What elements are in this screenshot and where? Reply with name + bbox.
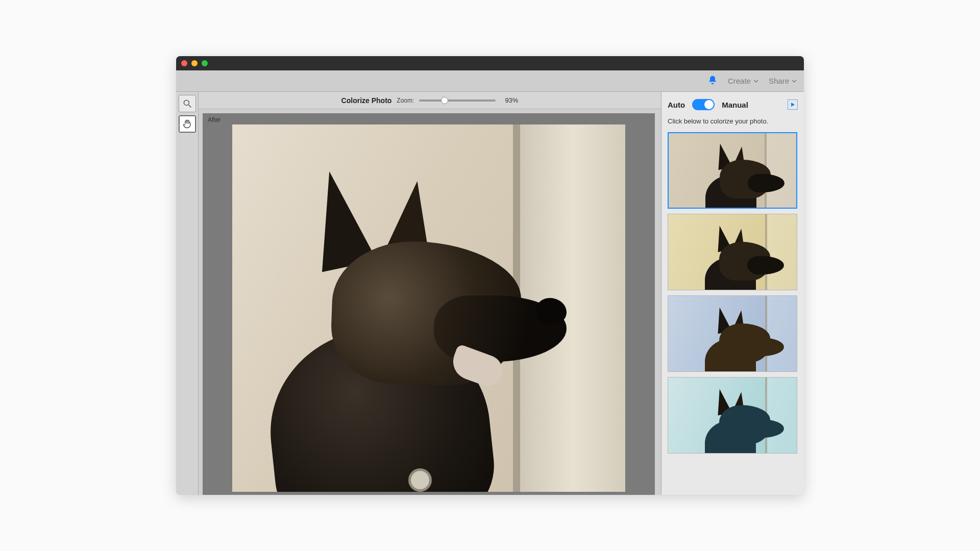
create-label: Create <box>728 77 751 85</box>
auto-manual-toggle[interactable] <box>692 99 715 110</box>
svg-point-0 <box>184 100 189 105</box>
swatch-warm[interactable] <box>668 214 797 290</box>
canvas-header: Colorize Photo Zoom: 93% <box>199 92 661 109</box>
play-icon <box>790 102 795 107</box>
manual-label: Manual <box>722 101 748 109</box>
svg-line-1 <box>188 105 191 108</box>
canvas[interactable] <box>232 124 625 492</box>
feature-title: Colorize Photo <box>341 96 392 105</box>
after-label: After <box>208 116 220 123</box>
right-panel: Auto Manual Click below to colorize your… <box>661 92 804 495</box>
zoom-tool[interactable] <box>179 95 196 112</box>
window-close-icon[interactable] <box>181 60 187 66</box>
zoom-label: Zoom: <box>397 97 414 104</box>
colorize-swatches <box>668 132 798 454</box>
swatch-cool[interactable] <box>668 295 797 372</box>
auto-label: Auto <box>668 101 685 109</box>
canvas-wrap: After <box>203 113 655 495</box>
create-menu[interactable]: Create <box>728 77 758 85</box>
titlebar <box>176 56 804 70</box>
photo-dog <box>250 176 582 492</box>
share-label: Share <box>769 77 789 85</box>
menubar: Create Share <box>176 70 804 92</box>
zoom-slider[interactable] <box>419 99 496 102</box>
zoom-value: 93% <box>505 96 518 104</box>
share-menu[interactable]: Share <box>769 77 797 85</box>
window-minimize-icon[interactable] <box>191 60 198 66</box>
swatch-teal[interactable] <box>668 377 797 454</box>
chevron-down-icon <box>792 79 797 84</box>
tutorial-play-button[interactable] <box>788 99 798 110</box>
magnifier-icon <box>182 98 192 109</box>
notifications-bell-icon[interactable] <box>707 75 718 87</box>
hand-icon <box>182 119 192 129</box>
chevron-down-icon <box>753 79 758 84</box>
hand-tool[interactable] <box>179 115 196 133</box>
swatch-sepia[interactable] <box>668 132 797 209</box>
center-area: Colorize Photo Zoom: 93% After <box>199 92 661 495</box>
app-body: Colorize Photo Zoom: 93% After <box>176 92 804 495</box>
hint-text: Click below to colorize your photo. <box>668 117 798 125</box>
left-toolbar <box>176 92 199 495</box>
app-window: Create Share Colorize Photo Zoom: 9 <box>176 56 804 495</box>
mode-row: Auto Manual <box>668 99 798 110</box>
window-zoom-icon[interactable] <box>202 60 208 66</box>
